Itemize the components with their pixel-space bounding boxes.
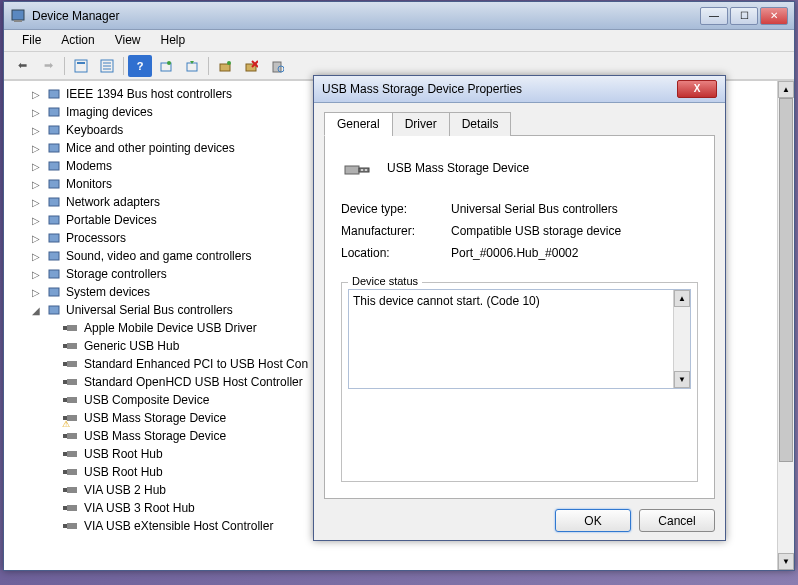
svg-rect-18	[49, 90, 59, 98]
usb-plug-icon	[64, 410, 80, 426]
svg-rect-30	[49, 306, 59, 314]
svg-rect-21	[49, 144, 59, 152]
tree-item-label: Generic USB Hub	[84, 339, 179, 353]
tree-item-label: VIA USB 3 Root Hub	[84, 501, 195, 515]
usb-icon	[46, 302, 62, 318]
scan-button[interactable]	[154, 55, 178, 77]
keyboard-icon	[46, 122, 62, 138]
tree-toggle-icon[interactable]: ▷	[30, 251, 42, 262]
menubar: File Action View Help	[4, 30, 794, 52]
svg-rect-28	[49, 270, 59, 278]
svg-rect-29	[49, 288, 59, 296]
tree-item-label: USB Root Hub	[84, 447, 163, 461]
device-status-text[interactable]: This device cannot start. (Code 10) ▲ ▼	[348, 289, 691, 389]
usb-plug-icon	[64, 374, 80, 390]
sound-icon	[46, 248, 62, 264]
tree-toggle-icon[interactable]: ▷	[30, 215, 42, 226]
svg-rect-0	[12, 10, 24, 20]
device-properties: Device type:Universal Serial Bus control…	[341, 202, 698, 268]
menu-action[interactable]: Action	[51, 30, 104, 51]
dialog-close-button[interactable]: X	[677, 80, 717, 98]
tree-toggle-icon[interactable]: ◢	[30, 305, 42, 316]
svg-rect-24	[49, 198, 59, 206]
scroll-thumb[interactable]	[779, 98, 793, 462]
forward-button[interactable]: ➡	[36, 55, 60, 77]
usb-plug-icon	[64, 518, 80, 534]
tree-toggle-icon[interactable]: ▷	[30, 107, 42, 118]
scroll-track[interactable]	[778, 98, 794, 553]
uninstall-button[interactable]	[239, 55, 263, 77]
tree-toggle-icon[interactable]: ▷	[30, 143, 42, 154]
usb-plug-icon	[64, 320, 80, 336]
svg-rect-23	[49, 180, 59, 188]
tree-item-label: Modems	[66, 159, 112, 173]
enable-button[interactable]	[213, 55, 237, 77]
tree-toggle-icon[interactable]: ▷	[30, 89, 42, 100]
vertical-scrollbar[interactable]: ▲ ▼	[777, 81, 794, 570]
tree-toggle-icon[interactable]: ▷	[30, 125, 42, 136]
svg-point-12	[227, 61, 231, 65]
tab-driver[interactable]: Driver	[392, 112, 450, 136]
menu-view[interactable]: View	[105, 30, 151, 51]
scan-hardware-button[interactable]	[265, 55, 289, 77]
scanner-icon	[46, 104, 62, 120]
scroll-down-button[interactable]: ▼	[778, 553, 794, 570]
tab-details[interactable]: Details	[449, 112, 512, 136]
svg-rect-26	[49, 234, 59, 242]
storage-icon	[46, 266, 62, 282]
cancel-button[interactable]: Cancel	[639, 509, 715, 532]
tree-item-label: Universal Serial Bus controllers	[66, 303, 233, 317]
system-icon	[46, 284, 62, 300]
chip-icon	[46, 86, 62, 102]
label-device-type: Device type:	[341, 202, 451, 216]
window-buttons: — ☐ ✕	[700, 7, 788, 25]
close-button[interactable]: ✕	[760, 7, 788, 25]
window-title: Device Manager	[32, 9, 700, 23]
mouse-icon	[46, 140, 62, 156]
ok-button[interactable]: OK	[555, 509, 631, 532]
tree-item-label: Processors	[66, 231, 126, 245]
tree-item-label: System devices	[66, 285, 150, 299]
svg-rect-20	[49, 126, 59, 134]
tree-item-label: Mice and other pointing devices	[66, 141, 235, 155]
usb-plug-icon	[64, 392, 80, 408]
usb-plug-icon	[64, 428, 80, 444]
menu-file[interactable]: File	[12, 30, 51, 51]
tree-toggle-icon[interactable]: ▷	[30, 161, 42, 172]
tree-item-label: USB Mass Storage Device	[84, 411, 226, 425]
usb-plug-icon	[64, 338, 80, 354]
modem-icon	[46, 158, 62, 174]
status-scroll-up[interactable]: ▲	[674, 290, 690, 307]
tree-item-label: Monitors	[66, 177, 112, 191]
tree-item-label: USB Mass Storage Device	[84, 429, 226, 443]
app-icon	[10, 8, 26, 24]
svg-rect-33	[361, 169, 363, 171]
tree-toggle-icon[interactable]: ▷	[30, 179, 42, 190]
usb-plug-icon	[64, 500, 80, 516]
menu-help[interactable]: Help	[151, 30, 196, 51]
tree-item-label: USB Root Hub	[84, 465, 163, 479]
tree-toggle-icon[interactable]: ▷	[30, 287, 42, 298]
help-button[interactable]: ?	[128, 55, 152, 77]
status-scrollbar[interactable]: ▲ ▼	[673, 290, 690, 388]
status-scroll-down[interactable]: ▼	[674, 371, 690, 388]
dialog-titlebar[interactable]: USB Mass Storage Device Properties X	[314, 76, 725, 103]
show-hidden-button[interactable]	[69, 55, 93, 77]
svg-rect-32	[359, 168, 369, 172]
svg-rect-3	[77, 62, 85, 64]
tree-toggle-icon[interactable]: ▷	[30, 233, 42, 244]
tree-toggle-icon[interactable]: ▷	[30, 197, 42, 208]
update-driver-button[interactable]	[180, 55, 204, 77]
tree-item-label: Portable Devices	[66, 213, 157, 227]
tree-toggle-icon[interactable]: ▷	[30, 269, 42, 280]
properties-button[interactable]	[95, 55, 119, 77]
main-titlebar[interactable]: Device Manager — ☐ ✕	[4, 2, 794, 30]
svg-rect-2	[75, 60, 87, 72]
device-status-legend: Device status	[348, 275, 422, 287]
scroll-up-button[interactable]: ▲	[778, 81, 794, 98]
maximize-button[interactable]: ☐	[730, 7, 758, 25]
minimize-button[interactable]: —	[700, 7, 728, 25]
back-button[interactable]: ⬅	[10, 55, 34, 77]
tab-general[interactable]: General	[324, 112, 393, 136]
label-location: Location:	[341, 246, 451, 260]
